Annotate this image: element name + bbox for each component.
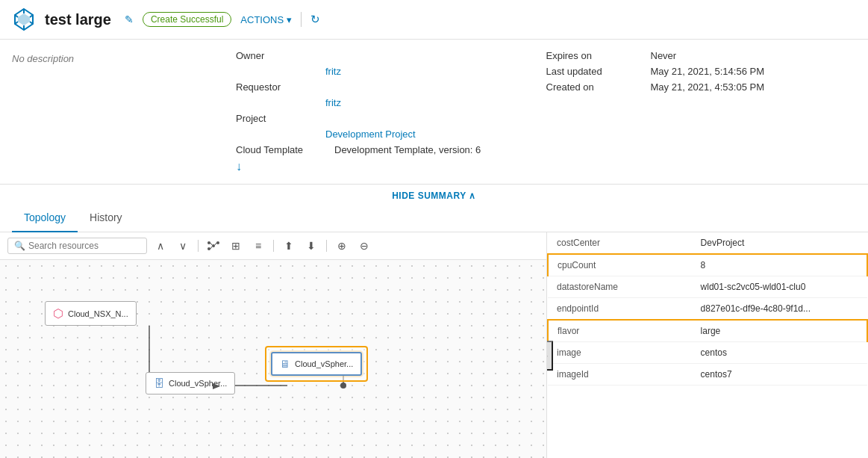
property-key: costCenter [548, 232, 692, 254]
property-value: centos7 [692, 364, 867, 386]
created-value: May 21, 2021, 4:53:05 PM [651, 81, 764, 93]
svg-point-8 [212, 244, 215, 247]
requestor-value[interactable]: fritz [325, 97, 341, 108]
vsphere2-icon: 🖥 [280, 358, 290, 370]
search-input[interactable] [28, 241, 140, 251]
download-icon[interactable]: ↓ [236, 160, 546, 173]
chevron-down-icon: ▾ [287, 14, 292, 25]
last-updated-label: Last updated [546, 66, 636, 77]
header-divider [301, 12, 302, 27]
cloud-template-value: Development Template, version: 6 [334, 144, 481, 155]
tab-topology[interactable]: Topology [12, 204, 78, 232]
tab-history[interactable]: History [78, 204, 134, 232]
svg-line-13 [215, 243, 216, 245]
svg-point-17 [340, 383, 346, 389]
node-vsphere1[interactable]: 🗄 Cloud_vSpher... [146, 372, 235, 394]
refresh-icon[interactable]: ↻ [310, 13, 320, 26]
edit-icon[interactable]: ✎ [125, 13, 134, 25]
property-key: flavor [548, 320, 692, 342]
created-label: Created on [546, 81, 636, 93]
tabs-bar: Topology History [0, 204, 868, 232]
project-value[interactable]: Development Project [325, 129, 416, 140]
table-row: imageIdcentos7 [548, 364, 867, 386]
node-vsphere1-label: Cloud_vSpher... [169, 379, 227, 388]
property-value: large [692, 320, 867, 342]
summary-section: No description Owner fritz Requestor fri… [0, 40, 868, 185]
topology-graph-icon[interactable] [204, 237, 222, 255]
cloud-template-label: Cloud Template [236, 144, 325, 155]
svg-point-11 [207, 247, 210, 250]
right-panel: » costCenterDevProjectcpuCount8datastore… [547, 232, 868, 458]
chevron-down-icon[interactable]: ∨ [174, 237, 192, 255]
logo-icon [12, 7, 36, 31]
node-vsphere2[interactable]: 🖥 Cloud_vSpher... [271, 352, 362, 376]
actions-button[interactable]: ACTIONS ▾ [240, 14, 292, 25]
property-value: centos [692, 342, 867, 364]
topology-toolbar: 🔍 ∧ ∨ ⊞ ≡ ⬆ ⬇ [0, 232, 546, 260]
requestor-label: Requestor [236, 81, 325, 93]
last-updated-value: May 21, 2021, 5:14:56 PM [651, 66, 764, 77]
table-row: flavorlarge [548, 320, 867, 342]
properties-table: costCenterDevProjectcpuCount8datastoreNa… [547, 232, 868, 386]
toolbar-separator2 [273, 240, 274, 252]
property-value: DevProject [692, 232, 867, 254]
status-badge: Create Successful [143, 12, 231, 27]
search-box[interactable]: 🔍 [7, 238, 147, 254]
chevron-up-icon[interactable]: ∧ [152, 237, 169, 255]
node-nsx-label: Cloud_NSX_N... [68, 309, 128, 318]
list-icon[interactable]: ≡ [249, 237, 267, 255]
zoom-in-icon[interactable]: ⊕ [333, 237, 351, 255]
expires-label: Expires on [546, 50, 636, 61]
header: test large ✎ Create Successful ACTIONS ▾… [0, 0, 868, 40]
property-value: d827e01c-df9e-4c80-9f1d... [692, 298, 867, 321]
summary-right: Expires on Never Last updated May 21, 20… [546, 50, 857, 173]
svg-point-10 [216, 241, 219, 244]
svg-line-14 [210, 247, 212, 249]
property-key: cpuCount [548, 254, 692, 276]
table-row: datastoreNamewld01-sc2vc05-wld01-clu0 [548, 276, 867, 298]
hide-summary-button[interactable]: HIDE SUMMARY ∧ [0, 185, 868, 204]
canvas-area[interactable]: ⬡ Cloud_NSX_N... 🗄 Cloud_vSpher... 🖥 Clo… [0, 260, 546, 458]
summary-middle: Owner fritz Requestor fritz Project Deve… [236, 50, 546, 173]
table-row: cpuCount8 [548, 254, 867, 276]
node-cloud-nsx[interactable]: ⬡ Cloud_NSX_N... [45, 301, 137, 326]
grid-icon[interactable]: ⊞ [227, 237, 245, 255]
toolbar-separator [198, 240, 199, 252]
property-key: datastoreName [548, 276, 692, 298]
zoom-out-icon[interactable]: ⊖ [355, 237, 373, 255]
property-key: image [548, 342, 692, 364]
expand-up-icon[interactable]: ⬆ [280, 237, 298, 255]
property-value: wld01-sc2vc05-wld01-clu0 [692, 276, 867, 298]
svg-marker-1 [18, 13, 30, 25]
svg-point-9 [207, 241, 210, 244]
vsphere1-icon: 🗄 [154, 377, 164, 389]
owner-value[interactable]: fritz [325, 66, 341, 77]
search-icon: 🔍 [14, 241, 25, 251]
table-row: imagecentos [548, 342, 867, 364]
property-value: 8 [692, 254, 867, 276]
nsx-icon: ⬡ [53, 306, 63, 321]
expand-down-icon[interactable]: ⬇ [302, 237, 320, 255]
svg-line-12 [210, 243, 212, 245]
toolbar-separator3 [326, 240, 327, 252]
table-row: costCenterDevProject [548, 232, 867, 254]
no-description: No description [12, 53, 236, 64]
project-label: Project [236, 113, 325, 124]
page-title: test large [45, 11, 111, 28]
property-key: imageId [548, 364, 692, 386]
topology-canvas: 🔍 ∧ ∨ ⊞ ≡ ⬆ ⬇ [0, 232, 547, 458]
property-key: endpointId [548, 298, 692, 321]
panel-expand-button[interactable]: » [547, 341, 553, 371]
node-vsphere2-label: Cloud_vSpher... [295, 359, 353, 368]
owner-label: Owner [236, 50, 325, 61]
topology-container: 🔍 ∧ ∨ ⊞ ≡ ⬆ ⬇ [0, 232, 868, 458]
summary-left: No description [12, 50, 236, 173]
vsphere2-container: 🖥 Cloud_vSpher... [265, 346, 368, 382]
table-row: endpointIdd827e01c-df9e-4c80-9f1d... [548, 298, 867, 321]
expires-value: Never [651, 50, 677, 61]
